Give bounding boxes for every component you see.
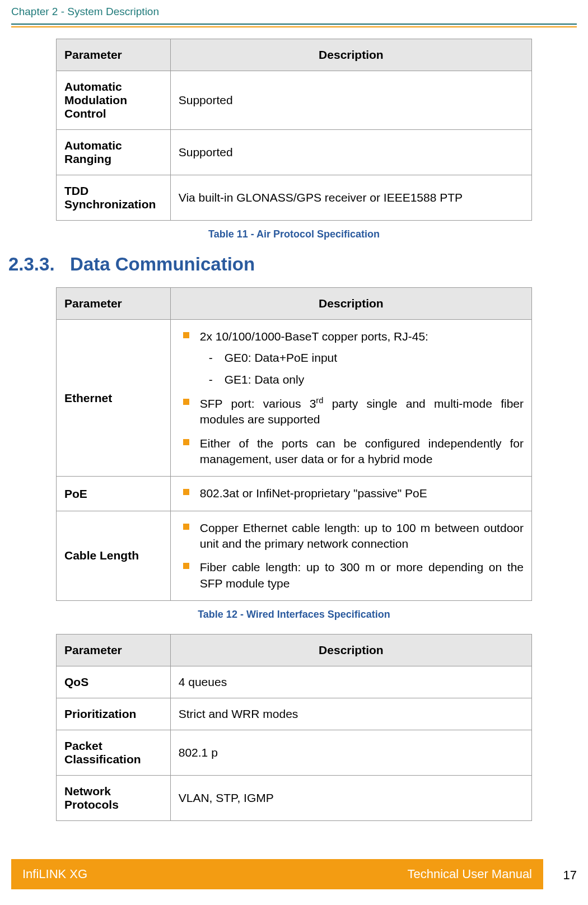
cell-parameter: Prioritization bbox=[57, 698, 171, 730]
bullet-text-pre: SFP port: various 3 bbox=[200, 397, 316, 410]
superscript: rd bbox=[316, 396, 323, 405]
table-header-parameter: Parameter bbox=[57, 288, 171, 320]
list-item: SFP port: various 3rd party single and m… bbox=[179, 395, 524, 428]
cell-parameter: Automatic Modulation Control bbox=[57, 71, 171, 130]
table-row: Automatic Ranging Supported bbox=[57, 130, 532, 175]
footer-doc-title: Technical User Manual bbox=[407, 867, 532, 881]
cell-parameter: PoE bbox=[57, 477, 171, 511]
cell-description: Copper Ethernet cable length: up to 100 … bbox=[170, 511, 531, 600]
cell-parameter: Cable Length bbox=[57, 511, 171, 600]
table-row: Prioritization Strict and WRR modes bbox=[57, 698, 532, 730]
bullet-list: 2x 10/100/1000-BaseT copper ports, RJ-45… bbox=[179, 329, 524, 467]
footer-product: InfiLINK XG bbox=[22, 867, 87, 881]
table-row: Packet Classification 802.1 p bbox=[57, 730, 532, 776]
table-row: Automatic Modulation Control Supported bbox=[57, 71, 532, 130]
table-header-parameter: Parameter bbox=[57, 39, 171, 71]
cell-description: Strict and WRR modes bbox=[170, 698, 531, 730]
table-header-description: Description bbox=[170, 635, 531, 666]
list-item: 2x 10/100/1000-BaseT copper ports, RJ-45… bbox=[179, 329, 524, 388]
cell-parameter: Automatic Ranging bbox=[57, 130, 171, 175]
table-air-protocol: Parameter Description Automatic Modulati… bbox=[56, 39, 532, 221]
list-item: Copper Ethernet cable length: up to 100 … bbox=[179, 520, 524, 552]
cell-description: 802.1 p bbox=[170, 730, 531, 776]
table-header-description: Description bbox=[170, 39, 531, 71]
table-header-parameter: Parameter bbox=[57, 635, 171, 666]
table-caption: Table 11 - Air Protocol Specification bbox=[56, 228, 532, 240]
chapter-header: Chapter 2 - System Description bbox=[0, 0, 588, 18]
bullet-list: Copper Ethernet cable length: up to 100 … bbox=[179, 520, 524, 591]
table-row: TDD Synchronization Via built-in GLONASS… bbox=[57, 175, 532, 221]
cell-description: VLAN, STP, IGMP bbox=[170, 776, 531, 821]
table-qos: Parameter Description QoS 4 queues Prior… bbox=[56, 634, 532, 821]
cell-description: Supported bbox=[170, 71, 531, 130]
table-row: Ethernet 2x 10/100/1000-BaseT copper por… bbox=[57, 320, 532, 477]
header-divider bbox=[11, 24, 577, 27]
cell-description: Via built-in GLONASS/GPS receiver or IEE… bbox=[170, 175, 531, 221]
table-row: QoS 4 queues bbox=[57, 666, 532, 698]
bullet-list: 802.3at or InfiNet-proprietary "passive"… bbox=[179, 486, 524, 501]
cell-description: 4 queues bbox=[170, 666, 531, 698]
table-row: Network Protocols VLAN, STP, IGMP bbox=[57, 776, 532, 821]
cell-parameter: Packet Classification bbox=[57, 730, 171, 776]
cell-parameter: Network Protocols bbox=[57, 776, 171, 821]
cell-parameter: QoS bbox=[57, 666, 171, 698]
table-caption: Table 12 - Wired Interfaces Specificatio… bbox=[56, 609, 532, 621]
list-item: 802.3at or InfiNet-proprietary "passive"… bbox=[179, 486, 524, 501]
page-number: 17 bbox=[563, 868, 577, 883]
table-wired-interfaces: Parameter Description Ethernet 2x 10/100… bbox=[56, 287, 532, 601]
bullet-text: 2x 10/100/1000-BaseT copper ports, RJ-45… bbox=[200, 330, 428, 343]
table-header-description: Description bbox=[170, 288, 531, 320]
list-item: Either of the ports can be configured in… bbox=[179, 436, 524, 468]
table-row: Cable Length Copper Ethernet cable lengt… bbox=[57, 511, 532, 600]
divider-dark bbox=[11, 24, 577, 25]
cell-parameter: TDD Synchronization bbox=[57, 175, 171, 221]
cell-parameter: Ethernet bbox=[57, 320, 171, 477]
footer-bar: InfiLINK XG Technical User Manual bbox=[11, 859, 543, 889]
cell-description: Supported bbox=[170, 130, 531, 175]
cell-description: 802.3at or InfiNet-proprietary "passive"… bbox=[170, 477, 531, 511]
sub-list: GE0: Data+PoE input GE1: Data only bbox=[209, 350, 524, 388]
section-heading: 2.3.3. Data Communication bbox=[8, 254, 532, 275]
section-title: Data Communication bbox=[70, 254, 255, 274]
table-row: PoE 802.3at or InfiNet-proprietary "pass… bbox=[57, 477, 532, 511]
sub-list-item: GE0: Data+PoE input bbox=[209, 350, 524, 366]
list-item: Fiber cable length: up to 300 m or more … bbox=[179, 559, 524, 591]
sub-list-item: GE1: Data only bbox=[209, 372, 524, 388]
section-number: 2.3.3. bbox=[8, 254, 55, 274]
cell-description: 2x 10/100/1000-BaseT copper ports, RJ-45… bbox=[170, 320, 531, 477]
